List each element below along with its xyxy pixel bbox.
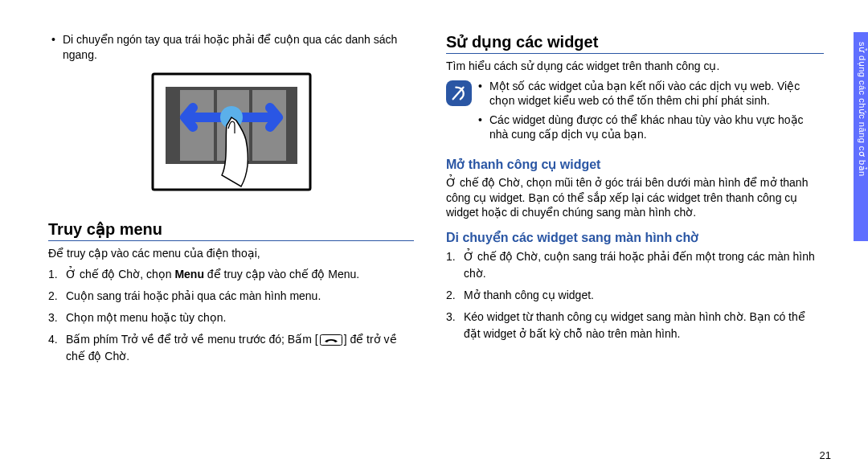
step-4: 4. Bấm phím Trở về để trở về menu trước …	[48, 331, 414, 365]
note-text: Một số các widget của bạn kết nối vào cá…	[489, 79, 824, 108]
note-icon	[446, 80, 472, 106]
intro-bullet-text: Di chuyển ngón tay qua trái hoặc phải để…	[63, 32, 414, 63]
move-step-3: 3. Kéo widget từ thanh công cụ widget sa…	[446, 309, 824, 342]
heading-widgets: Sử dụng các widget	[446, 32, 824, 54]
step-text: Ở chế độ Chờ, cuộn sang trái hoặc phải đ…	[464, 248, 824, 282]
subheading-open-toolbar: Mở thanh công cụ widget	[446, 157, 824, 172]
left-column: • Di chuyển ngón tay qua trái hoặc phải …	[48, 32, 414, 370]
note-list: • Một số các widget của bạn kết nối vào …	[478, 79, 824, 147]
right-column: Sử dụng các widget Tìm hiểu cách sử dụng…	[446, 32, 824, 370]
step-1: 1. Ở chế độ Chờ, chọn Menu để truy cập v…	[48, 266, 414, 283]
swipe-gesture-icon	[151, 72, 312, 191]
note-bullet-2: • Các widget dùng được có thể khác nhau …	[478, 113, 824, 141]
heading-access-menu: Truy cập menu	[48, 219, 414, 241]
step-1-pre: Ở chế độ Chờ, chọn	[66, 268, 174, 281]
step-text: Mở thanh công cụ widget.	[464, 287, 824, 304]
step-num: 3.	[48, 309, 66, 326]
page-body: • Di chuyển ngón tay qua trái hoặc phải …	[0, 0, 868, 386]
step-4-pre: Bấm phím Trở về để trở về menu trước đó;…	[66, 333, 318, 346]
step-num: 4.	[48, 331, 66, 365]
end-call-key-icon	[320, 334, 342, 346]
step-3: 3. Chọn một menu hoặc tùy chọn.	[48, 309, 414, 326]
step-num: 2.	[48, 288, 66, 305]
step-text: Chọn một menu hoặc tùy chọn.	[66, 309, 414, 326]
step-num: 2.	[446, 287, 464, 304]
step-num: 3.	[446, 309, 464, 342]
bullet-dot: •	[48, 32, 63, 63]
move-step-1: 1. Ở chế độ Chờ, cuộn sang trái hoặc phả…	[446, 248, 824, 282]
page-number: 21	[820, 449, 831, 461]
access-menu-intro: Để truy cập vào các menu của điện thoại,	[48, 246, 414, 261]
note-bullet-1: • Một số các widget của bạn kết nối vào …	[478, 79, 824, 108]
open-toolbar-para: Ở chế độ Chờ, chọn mũi tên ở góc trái bê…	[446, 175, 824, 221]
move-step-2: 2. Mở thanh công cụ widget.	[446, 287, 824, 304]
gesture-figure	[48, 72, 414, 194]
step-num: 1.	[446, 248, 464, 282]
note-box: • Một số các widget của bạn kết nối vào …	[446, 79, 824, 147]
side-tab: sử dụng các chức năng cơ bản	[854, 32, 868, 241]
note-icon-cell	[446, 79, 478, 147]
step-text: Kéo widget từ thanh công cụ widget sang …	[464, 309, 824, 342]
step-text: Ở chế độ Chờ, chọn Menu để truy cập vào …	[66, 266, 414, 283]
intro-bullet: • Di chuyển ngón tay qua trái hoặc phải …	[48, 32, 414, 63]
step-2: 2. Cuộn sang trái hoặc phải qua các màn …	[48, 288, 414, 305]
step-num: 1.	[48, 266, 66, 283]
bullet-dot: •	[478, 79, 489, 108]
step-text: Cuộn sang trái hoặc phải qua các màn hìn…	[66, 288, 414, 305]
step-1-bold: Menu	[174, 268, 204, 281]
step-1-post: để truy cập vào chế độ Menu.	[204, 268, 359, 281]
note-text: Các widget dùng được có thể khác nhau tù…	[489, 113, 824, 141]
step-text: Bấm phím Trở về để trở về menu trước đó;…	[66, 331, 414, 365]
bullet-dot: •	[478, 113, 489, 141]
subheading-move-widgets: Di chuyển các widget sang màn hình chờ	[446, 230, 824, 245]
widgets-intro: Tìm hiểu cách sử dụng các widget trên th…	[446, 59, 824, 74]
